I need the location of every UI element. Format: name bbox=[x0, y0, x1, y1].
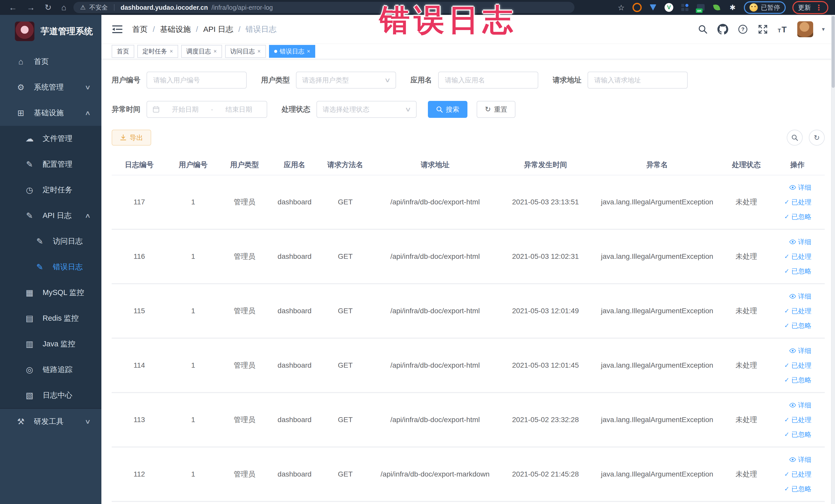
detail-link[interactable]: 详细 bbox=[789, 455, 811, 464]
sidebar-item-trace[interactable]: ◎ 链路追踪 bbox=[0, 357, 101, 383]
back-icon[interactable]: ← bbox=[9, 3, 17, 12]
sidebar-item-config-manage[interactable]: ✎ 配置管理 bbox=[0, 152, 101, 177]
fullscreen-icon[interactable] bbox=[757, 24, 769, 35]
ignore-link[interactable]: ✓已忽略 bbox=[784, 430, 811, 439]
update-button[interactable]: 更新 ⋮ bbox=[792, 1, 828, 14]
sidebar-item-api-log[interactable]: ✎ API 日志 ∧ bbox=[0, 203, 101, 228]
eye-icon bbox=[789, 403, 796, 407]
tab-error-log[interactable]: 错误日志 × bbox=[269, 45, 315, 58]
search-button[interactable]: 搜索 bbox=[428, 101, 467, 118]
exception-time-range-picker[interactable]: 开始日期 - 结束日期 bbox=[147, 101, 267, 118]
cell-user-id: 1 bbox=[167, 253, 220, 261]
header-exception-time: 异常发生时间 bbox=[499, 160, 592, 170]
home-icon[interactable]: ⌂ bbox=[61, 3, 66, 12]
ignore-link[interactable]: ✓已忽略 bbox=[784, 376, 811, 385]
scrollbar-thumb[interactable] bbox=[832, 16, 835, 88]
search-icon[interactable] bbox=[697, 24, 709, 35]
process-status-select[interactable]: 请选择处理状态 ∨ bbox=[317, 101, 416, 118]
svg-text:T: T bbox=[778, 28, 781, 33]
sidebar-item-java-monitor[interactable]: ▥ Java 监控 bbox=[0, 331, 101, 357]
sidebar-item-mysql-monitor[interactable]: ▦ MySQL 监控 bbox=[0, 280, 101, 305]
breadcrumb-infra[interactable]: 基础设施 bbox=[160, 24, 191, 35]
detail-link[interactable]: 详细 bbox=[789, 183, 811, 192]
close-icon[interactable]: × bbox=[307, 48, 310, 55]
sidebar-item-system[interactable]: ⚙ 系统管理 ∨ bbox=[0, 75, 101, 100]
cell-user-type: 管理员 bbox=[220, 306, 269, 316]
sidebar-item-error-log[interactable]: ✎ 错误日志 bbox=[0, 254, 101, 280]
sidebar-item-redis-monitor[interactable]: ▤ Redis 监控 bbox=[0, 305, 101, 331]
sidebar-item-file-manage[interactable]: ☁ 文件管理 bbox=[0, 126, 101, 152]
sidebar-item-dev-tools[interactable]: ⚒ 研发工具 ∨ bbox=[0, 409, 101, 435]
table-row: 115 1 管理员 dashboard GET /api/infra/db-do… bbox=[111, 284, 825, 339]
ignore-link[interactable]: ✓已忽略 bbox=[784, 321, 811, 330]
header-method: 请求方法名 bbox=[320, 160, 371, 170]
browser-menu-icon[interactable]: ⋮ bbox=[815, 3, 823, 12]
close-icon[interactable]: × bbox=[213, 48, 217, 55]
chevron-down-icon: ∨ bbox=[405, 106, 411, 113]
sidebar-item-access-log[interactable]: ✎ 访问日志 bbox=[0, 228, 101, 254]
breadcrumb-api-log[interactable]: API 日志 bbox=[203, 24, 233, 35]
sidebar-item-home[interactable]: ⌂ 首页 bbox=[0, 49, 101, 75]
close-icon[interactable]: × bbox=[258, 48, 261, 55]
show-search-toggle-button[interactable] bbox=[787, 130, 803, 146]
export-button[interactable]: 导出 bbox=[111, 130, 151, 146]
tab-schedule-log[interactable]: 调度日志 × bbox=[181, 45, 222, 58]
extension-v-icon[interactable]: V bbox=[664, 3, 674, 12]
detail-link[interactable]: 详细 bbox=[789, 401, 811, 410]
request-url-input[interactable] bbox=[588, 72, 688, 88]
detail-link[interactable]: 详细 bbox=[789, 238, 811, 246]
hamburger-icon[interactable] bbox=[111, 24, 123, 35]
user-id-input[interactable] bbox=[147, 72, 247, 88]
refresh-table-button[interactable]: ↻ bbox=[809, 130, 825, 146]
breadcrumb-home[interactable]: 首页 bbox=[132, 24, 148, 35]
font-size-icon[interactable]: TT bbox=[777, 24, 789, 35]
header-log-id: 日志编号 bbox=[111, 160, 167, 170]
extensions-puzzle-icon[interactable]: ✱ bbox=[728, 3, 737, 12]
process-link[interactable]: ✓已处理 bbox=[784, 361, 811, 370]
app-logo-row[interactable]: 芋道管理系统 bbox=[0, 15, 101, 49]
cell-method: GET bbox=[320, 198, 371, 206]
extension-orange-icon[interactable] bbox=[632, 3, 642, 12]
breadcrumb: 首页 / 基础设施 / API 日志 / 错误日志 bbox=[132, 24, 277, 35]
chevron-down-icon: ∨ bbox=[85, 84, 91, 91]
check-icon: ✓ bbox=[784, 253, 789, 260]
extension-leaf-icon[interactable] bbox=[712, 3, 721, 12]
process-link[interactable]: ✓已处理 bbox=[784, 470, 811, 479]
bookmark-star-icon[interactable]: ☆ bbox=[616, 3, 626, 12]
sidebar-item-log-center[interactable]: ▧ 日志中心 bbox=[0, 383, 101, 408]
ignore-link[interactable]: ✓已忽略 bbox=[784, 267, 811, 276]
process-link[interactable]: ✓已处理 bbox=[784, 198, 811, 207]
process-link[interactable]: ✓已处理 bbox=[784, 252, 811, 261]
detail-link[interactable]: 详细 bbox=[789, 346, 811, 355]
check-icon: ✓ bbox=[784, 485, 789, 492]
avatar-caret-icon[interactable]: ▾ bbox=[822, 26, 825, 33]
user-avatar[interactable] bbox=[797, 21, 813, 37]
tab-scheduled-task[interactable]: 定时任务 × bbox=[137, 45, 178, 58]
extension-grid-icon[interactable] bbox=[680, 3, 690, 12]
tags-view: 首页 定时任务 × 调度日志 × 访问日志 × 错误日志 × bbox=[101, 44, 835, 59]
reload-icon[interactable]: ↻ bbox=[45, 3, 52, 12]
header-user-id: 用户编号 bbox=[167, 160, 220, 170]
close-icon[interactable]: × bbox=[170, 48, 173, 55]
tab-access-log[interactable]: 访问日志 × bbox=[225, 45, 266, 58]
help-icon[interactable]: ? bbox=[737, 24, 749, 35]
forward-icon[interactable]: → bbox=[27, 3, 35, 12]
reset-button[interactable]: ↻ 重置 bbox=[477, 101, 515, 118]
sidebar-item-scheduled-task[interactable]: ◷ 定时任务 bbox=[0, 177, 101, 203]
github-icon[interactable] bbox=[717, 24, 729, 35]
user-type-select[interactable]: 请选择用户类型 ∨ bbox=[296, 72, 396, 88]
table-row: 114 1 管理员 dashboard GET /api/infra/db-do… bbox=[111, 339, 825, 393]
extension-shield-icon[interactable] bbox=[648, 3, 658, 12]
process-link[interactable]: ✓已处理 bbox=[784, 416, 811, 424]
ignore-link[interactable]: ✓已忽略 bbox=[784, 212, 811, 221]
process-link[interactable]: ✓已处理 bbox=[784, 306, 811, 316]
check-icon: ✓ bbox=[784, 471, 789, 478]
detail-link[interactable]: 详细 bbox=[789, 292, 811, 301]
page-scrollbar[interactable] bbox=[831, 15, 835, 504]
extension-on-icon[interactable]: on bbox=[696, 3, 705, 12]
sidebar-item-infra[interactable]: ⊞ 基础设施 ∧ bbox=[0, 100, 101, 126]
ignore-link[interactable]: ✓已忽略 bbox=[784, 484, 811, 493]
paused-badge[interactable]: 已暂停 bbox=[744, 1, 786, 14]
tab-home[interactable]: 首页 bbox=[111, 45, 134, 58]
app-name-input[interactable] bbox=[438, 72, 538, 88]
